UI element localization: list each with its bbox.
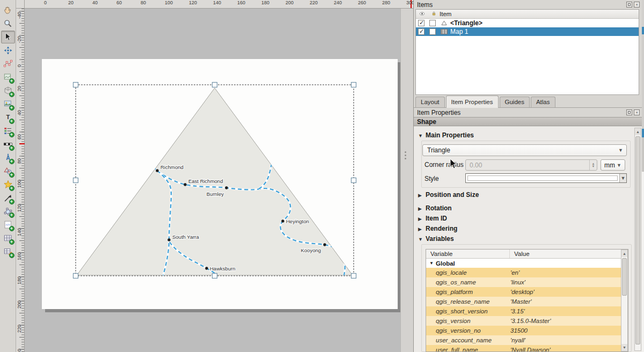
add-shape-button[interactable]: +	[1, 165, 15, 178]
pan-layout-button[interactable]	[1, 4, 15, 17]
add-attribute-table-button[interactable]: +	[1, 232, 15, 245]
style-preview	[467, 175, 618, 181]
dock-tabs: Layout Item Properties Guides Atlas	[414, 96, 642, 108]
item-row-triangle[interactable]: <Triangle>	[416, 19, 639, 27]
item-row-map[interactable]: Map 1	[416, 27, 639, 36]
ruler-number: 220	[310, 0, 318, 5]
zoom-tool-button[interactable]	[1, 17, 15, 30]
spin-buttons[interactable]: ▲▼	[589, 160, 597, 170]
variable-row: user_full_name 'Nyall Dawson'	[426, 345, 628, 352]
dock-tab[interactable]: Guides	[500, 97, 530, 107]
variables-table-header: Variable Value	[426, 250, 628, 259]
close-icon[interactable]: ×	[634, 109, 640, 115]
ruler-number: 80	[141, 0, 146, 5]
ruler-number: 180	[17, 276, 22, 284]
canvas-scroll-area[interactable]	[400, 9, 413, 352]
properties-scrollbar[interactable]: ▲	[634, 128, 641, 351]
dock-tab[interactable]: Atlas	[531, 97, 555, 107]
add-plus-badge: +	[9, 199, 14, 204]
items-panel-title: Items	[417, 1, 433, 9]
scroll-down-icon[interactable]: ▼	[621, 344, 627, 351]
collapsed-section[interactable]: ▶Rendering	[418, 225, 457, 232]
select-move-item-button[interactable]	[1, 31, 15, 43]
visibility-checkbox[interactable]	[418, 20, 425, 26]
splitter-handle[interactable]	[405, 151, 406, 161]
close-icon[interactable]: ×	[634, 2, 640, 8]
chevron-down-icon: ▼	[618, 148, 623, 153]
variables-group-row[interactable]: ▼ Global	[426, 259, 628, 268]
variables-section[interactable]: ▼Variables	[418, 235, 454, 243]
shape-type-combobox[interactable]: Triangle ▼	[422, 144, 627, 156]
dock-tab[interactable]: Item Properties	[446, 96, 499, 108]
collapse-triangle-icon: ▼	[418, 133, 426, 138]
ruler-number: 40	[92, 0, 98, 5]
dock-tab[interactable]: Layout	[415, 97, 445, 107]
item-properties-title: Item Properties	[417, 109, 460, 116]
scroll-up-icon[interactable]: ▲	[635, 128, 641, 135]
style-button[interactable]: ▼	[465, 173, 627, 183]
add-legend-button[interactable]: +	[1, 124, 15, 137]
ruler-number: 0	[44, 0, 47, 5]
main-properties-section[interactable]: ▼Main Properties	[418, 131, 474, 139]
move-item-content-button[interactable]	[1, 44, 15, 57]
shape-section-header: Shape	[414, 117, 642, 126]
add-plus-badge: +	[9, 105, 14, 111]
undock-icon[interactable]	[626, 109, 632, 115]
add-marker-button[interactable]: +	[1, 178, 15, 191]
ruler-number: 20	[68, 0, 74, 5]
add-plus-badge: +	[9, 186, 14, 191]
add-3d-map-button[interactable]: +	[1, 84, 15, 97]
add-plus-badge: +	[9, 253, 14, 258]
ruler-number: 40	[17, 110, 22, 115]
ruler-number: 260	[358, 0, 366, 5]
variable-row: qgis_os_name 'linux'	[426, 277, 628, 287]
add-plus-badge: +	[9, 226, 14, 231]
variables-scrollbar[interactable]: ▲ ▼	[621, 250, 628, 351]
items-column-header: Item	[440, 11, 451, 17]
add-plus-badge: +	[9, 145, 14, 151]
ruler-number: 200	[286, 0, 294, 5]
add-plus-badge: +	[9, 212, 14, 218]
collapsed-section[interactable]: ▶Position and Size	[418, 191, 479, 199]
add-north-arrow-button[interactable]: +	[1, 151, 15, 164]
add-plus-badge: +	[9, 119, 14, 124]
ruler-number: 240	[17, 349, 22, 352]
left-ruler: -40-20020406080100120140160180200220240	[16, 9, 25, 352]
add-map-button[interactable]: +	[1, 71, 15, 84]
ruler-number: 100	[165, 0, 173, 5]
style-label: Style	[425, 175, 439, 182]
variable-row: qgis_platform 'desktop'	[426, 287, 628, 297]
right-dock: Items × Item <Triangle> Map 1 Layout	[413, 0, 642, 352]
add-plus-badge: +	[9, 92, 14, 97]
layout-canvas[interactable]: RichmondEast RichmondBurnleyHeyingtonSou…	[25, 9, 413, 352]
corner-radius-spinbox[interactable]: 0.00 ▲▼	[465, 159, 597, 171]
top-ruler: 0204060801001201401601802002202402602803…	[25, 0, 413, 9]
add-label-button[interactable]: +	[1, 111, 15, 124]
add-arrow-button[interactable]: +	[1, 192, 15, 204]
ruler-number: 20	[17, 86, 22, 91]
ruler-number: 160	[237, 0, 245, 5]
add-node-item-button[interactable]: +	[1, 205, 15, 218]
unit-combobox[interactable]: mm ▼	[601, 159, 625, 171]
variable-row: qgis_version_no 31500	[426, 326, 628, 335]
lock-checkbox[interactable]	[429, 28, 436, 35]
collapsed-section[interactable]: ▶Rotation	[418, 204, 452, 212]
edit-nodes-item-button[interactable]	[1, 57, 15, 70]
add-html-button[interactable]: +	[1, 218, 15, 231]
add-picture-button[interactable]: +	[1, 98, 15, 111]
item-properties-titlebar: Item Properties ×	[414, 108, 642, 117]
add-fixed-table-button[interactable]: +	[1, 245, 15, 258]
layout-page[interactable]	[42, 59, 398, 309]
chevron-down-icon: ▼	[617, 163, 621, 168]
visibility-checkbox[interactable]	[418, 28, 425, 35]
add-plus-badge: +	[9, 239, 14, 245]
add-scalebar-button[interactable]: +	[1, 138, 15, 151]
expand-triangle-icon: ▶	[418, 206, 426, 211]
chevron-down-icon: ▼	[619, 174, 626, 182]
lock-checkbox[interactable]	[429, 20, 436, 26]
collapsed-section[interactable]: ▶Item ID	[418, 215, 447, 222]
undock-icon[interactable]	[626, 2, 632, 8]
scroll-up-icon[interactable]: ▲	[621, 250, 627, 257]
expand-triangle-icon: ▶	[418, 226, 426, 232]
item-properties-content: ▼Main Properties Triangle ▼ Corner radiu…	[414, 127, 642, 352]
